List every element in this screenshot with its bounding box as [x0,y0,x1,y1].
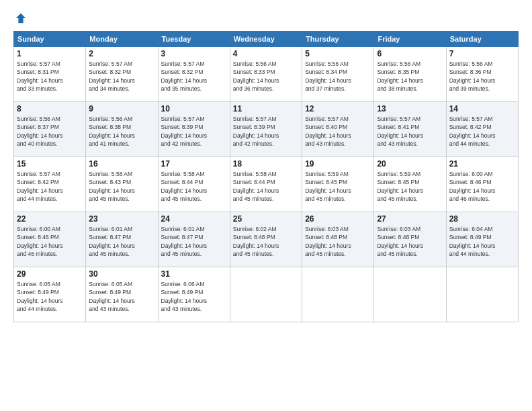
calendar-cell: 15Sunrise: 5:57 AMSunset: 8:42 PMDayligh… [14,157,86,212]
day-detail: Sunrise: 5:57 AMSunset: 8:39 PMDaylight:… [161,115,227,148]
day-detail: Sunrise: 5:57 AMSunset: 8:41 PMDaylight:… [377,115,443,148]
day-detail: Sunrise: 5:56 AMSunset: 8:34 PMDaylight:… [305,60,371,93]
day-number: 15 [17,159,83,169]
day-detail: Sunrise: 5:57 AMSunset: 8:32 PMDaylight:… [89,60,154,93]
day-detail: Sunrise: 5:58 AMSunset: 8:44 PMDaylight:… [161,170,227,203]
day-number: 6 [377,49,443,58]
day-detail: Sunrise: 5:58 AMSunset: 8:44 PMDaylight:… [233,170,299,203]
calendar-cell [230,267,302,322]
day-number: 7 [449,49,515,58]
day-detail: Sunrise: 6:01 AMSunset: 8:47 PMDaylight:… [89,225,154,258]
day-detail: Sunrise: 6:02 AMSunset: 8:48 PMDaylight:… [233,225,299,258]
calendar-cell: 24Sunrise: 6:01 AMSunset: 8:47 PMDayligh… [158,212,230,267]
calendar-cell: 21Sunrise: 6:00 AMSunset: 8:46 PMDayligh… [446,157,518,212]
day-number: 31 [161,269,227,279]
day-detail: Sunrise: 5:57 AMSunset: 8:40 PMDaylight:… [305,115,371,148]
calendar-cell: 30Sunrise: 6:05 AMSunset: 8:49 PMDayligh… [86,267,158,322]
calendar-cell: 20Sunrise: 5:59 AMSunset: 8:45 PMDayligh… [374,157,446,212]
day-detail: Sunrise: 6:06 AMSunset: 8:49 PMDaylight:… [161,280,227,313]
calendar-cell: 25Sunrise: 6:02 AMSunset: 8:48 PMDayligh… [230,212,302,267]
header [13,12,519,24]
weekday-header: Sunday [14,32,86,47]
calendar-cell: 26Sunrise: 6:03 AMSunset: 8:48 PMDayligh… [302,212,374,267]
day-detail: Sunrise: 5:56 AMSunset: 8:36 PMDaylight:… [449,60,515,93]
calendar-cell: 28Sunrise: 6:04 AMSunset: 8:49 PMDayligh… [446,212,518,267]
weekday-header: Tuesday [158,32,230,47]
calendar-table: SundayMondayTuesdayWednesdayThursdayFrid… [13,31,519,322]
day-number: 3 [161,49,227,58]
calendar-cell: 8Sunrise: 5:56 AMSunset: 8:37 PMDaylight… [14,102,86,157]
day-detail: Sunrise: 5:57 AMSunset: 8:39 PMDaylight:… [233,115,299,148]
calendar-cell: 4Sunrise: 5:56 AMSunset: 8:33 PMDaylight… [230,47,302,102]
day-detail: Sunrise: 5:59 AMSunset: 8:45 PMDaylight:… [377,170,443,203]
day-number: 20 [377,159,443,169]
calendar-cell: 29Sunrise: 6:05 AMSunset: 8:49 PMDayligh… [14,267,86,322]
calendar-cell: 1Sunrise: 5:57 AMSunset: 8:31 PMDaylight… [14,47,86,102]
calendar-cell: 19Sunrise: 5:59 AMSunset: 8:45 PMDayligh… [302,157,374,212]
day-number: 25 [233,214,299,224]
day-detail: Sunrise: 6:00 AMSunset: 8:46 PMDaylight:… [449,170,515,203]
day-number: 2 [89,49,154,58]
calendar-header-row: SundayMondayTuesdayWednesdayThursdayFrid… [14,32,519,47]
day-detail: Sunrise: 6:00 AMSunset: 8:46 PMDaylight:… [17,225,83,258]
day-detail: Sunrise: 6:01 AMSunset: 8:47 PMDaylight:… [161,225,227,258]
day-number: 9 [89,104,154,113]
weekday-header: Monday [86,32,158,47]
logo [13,12,27,24]
day-detail: Sunrise: 5:57 AMSunset: 8:42 PMDaylight:… [449,115,515,148]
weekday-header: Friday [374,32,446,47]
calendar-cell: 5Sunrise: 5:56 AMSunset: 8:34 PMDaylight… [302,47,374,102]
day-number: 22 [17,214,83,224]
calendar-cell: 16Sunrise: 5:58 AMSunset: 8:43 PMDayligh… [86,157,158,212]
calendar-cell [446,267,518,322]
calendar-cell: 22Sunrise: 6:00 AMSunset: 8:46 PMDayligh… [14,212,86,267]
logo-text [13,12,27,24]
calendar-cell: 9Sunrise: 5:56 AMSunset: 8:38 PMDaylight… [86,102,158,157]
day-number: 30 [89,269,154,279]
day-detail: Sunrise: 5:56 AMSunset: 8:33 PMDaylight:… [233,60,299,93]
day-detail: Sunrise: 5:57 AMSunset: 8:32 PMDaylight:… [161,60,227,93]
calendar-cell [302,267,374,322]
logo-icon [15,12,27,24]
calendar-cell: 10Sunrise: 5:57 AMSunset: 8:39 PMDayligh… [158,102,230,157]
calendar-cell: 3Sunrise: 5:57 AMSunset: 8:32 PMDaylight… [158,47,230,102]
calendar-cell: 7Sunrise: 5:56 AMSunset: 8:36 PMDaylight… [446,47,518,102]
day-detail: Sunrise: 5:57 AMSunset: 8:42 PMDaylight:… [17,170,83,203]
day-detail: Sunrise: 5:56 AMSunset: 8:37 PMDaylight:… [17,115,83,148]
calendar-cell: 6Sunrise: 5:56 AMSunset: 8:35 PMDaylight… [374,47,446,102]
day-detail: Sunrise: 6:04 AMSunset: 8:49 PMDaylight:… [449,225,515,258]
calendar-cell: 12Sunrise: 5:57 AMSunset: 8:40 PMDayligh… [302,102,374,157]
calendar-week-row: 22Sunrise: 6:00 AMSunset: 8:46 PMDayligh… [14,212,519,267]
svg-marker-0 [16,13,26,23]
calendar-week-row: 15Sunrise: 5:57 AMSunset: 8:42 PMDayligh… [14,157,519,212]
day-number: 14 [449,104,515,113]
calendar-week-row: 1Sunrise: 5:57 AMSunset: 8:31 PMDaylight… [14,47,519,102]
calendar-cell [374,267,446,322]
calendar-cell: 11Sunrise: 5:57 AMSunset: 8:39 PMDayligh… [230,102,302,157]
calendar-week-row: 29Sunrise: 6:05 AMSunset: 8:49 PMDayligh… [14,267,519,322]
day-number: 29 [17,269,83,279]
calendar-body: 1Sunrise: 5:57 AMSunset: 8:31 PMDaylight… [14,47,519,322]
day-number: 23 [89,214,154,224]
day-number: 19 [305,159,371,169]
day-number: 1 [17,49,83,58]
day-number: 10 [161,104,227,113]
weekday-header: Thursday [302,32,374,47]
day-detail: Sunrise: 6:05 AMSunset: 8:49 PMDaylight:… [17,280,83,313]
day-number: 16 [89,159,154,169]
calendar-week-row: 8Sunrise: 5:56 AMSunset: 8:37 PMDaylight… [14,102,519,157]
day-number: 13 [377,104,443,113]
day-number: 17 [161,159,227,169]
calendar-cell: 17Sunrise: 5:58 AMSunset: 8:44 PMDayligh… [158,157,230,212]
calendar-cell: 13Sunrise: 5:57 AMSunset: 8:41 PMDayligh… [374,102,446,157]
day-number: 27 [377,214,443,224]
day-detail: Sunrise: 6:03 AMSunset: 8:48 PMDaylight:… [377,225,443,258]
weekday-header: Wednesday [230,32,302,47]
calendar-cell: 14Sunrise: 5:57 AMSunset: 8:42 PMDayligh… [446,102,518,157]
day-number: 8 [17,104,83,113]
day-number: 4 [233,49,299,58]
day-detail: Sunrise: 5:56 AMSunset: 8:38 PMDaylight:… [89,115,154,148]
weekday-header: Saturday [446,32,518,47]
day-detail: Sunrise: 5:56 AMSunset: 8:35 PMDaylight:… [377,60,443,93]
day-number: 21 [449,159,515,169]
